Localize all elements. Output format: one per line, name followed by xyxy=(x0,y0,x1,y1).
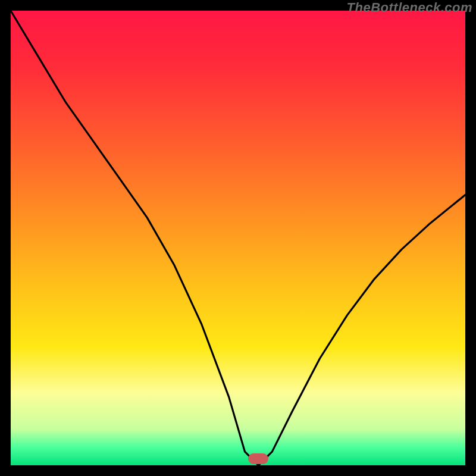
optimum-marker xyxy=(248,453,268,464)
curve-path xyxy=(11,11,465,465)
watermark-text: TheBottleneck.com xyxy=(347,0,472,15)
chart-frame: TheBottleneck.com xyxy=(0,0,476,476)
bottleneck-curve xyxy=(11,11,465,465)
